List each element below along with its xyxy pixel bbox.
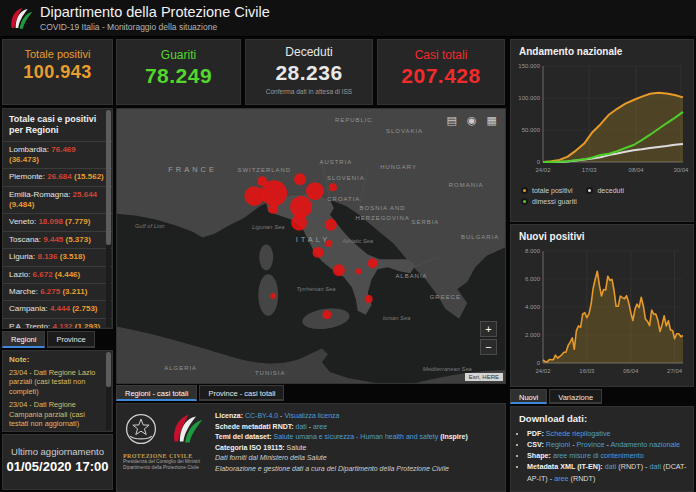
protezione-civile-logo-icon: [7, 5, 35, 32]
case-bubble[interactable]: [268, 204, 278, 214]
link[interactable]: Salute umana e sicurezza - Human health …: [274, 433, 439, 440]
tab-province[interactable]: Province: [47, 331, 94, 348]
link[interactable]: aree: [313, 423, 327, 430]
region-positives: (15.562): [74, 172, 104, 181]
notes-scrollbar[interactable]: [106, 352, 111, 430]
tab-nuovi[interactable]: Nuovi: [510, 389, 547, 404]
case-bubble[interactable]: [329, 183, 337, 191]
text-segment: Licenza:: [215, 412, 245, 419]
stat-value: 100.943: [3, 62, 112, 83]
tab-variazione[interactable]: Variazione: [549, 389, 602, 404]
tab-province-casi-totali[interactable]: Province - casi totali: [199, 385, 284, 401]
link[interactable]: Andamento nazionale: [611, 440, 681, 449]
region-total: 6.672: [33, 270, 53, 279]
andamento-nazionale-chart[interactable]: 050.000100.000150.00024/0217/0308/0430/0…: [511, 58, 691, 178]
download-list: PDF: Schede riepilogativeCSV: Regioni - …: [527, 428, 693, 484]
download-item: Shape: aree misure di contenimento: [527, 450, 693, 461]
region-positives: (36.473): [9, 155, 39, 164]
case-bubble[interactable]: [306, 182, 324, 200]
region-row[interactable]: P.A. Trento: 4.132 (1.293): [3, 318, 112, 329]
legend-icon[interactable]: ▤: [447, 115, 457, 126]
link[interactable]: Province: [577, 440, 605, 449]
map[interactable]: REPUBLICSLOVAKIAFRANCESWITZERLANDAUSTRIA…: [116, 108, 506, 384]
map-canvas[interactable]: REPUBLICSLOVAKIAFRANCESWITZERLANDAUSTRIA…: [117, 109, 505, 383]
last-update-panel: Ultimo aggiornamento 01/05/2020 17:00: [2, 434, 113, 490]
region-name: Veneto:: [9, 217, 36, 226]
stat-value: 28.236: [246, 61, 372, 85]
case-bubble[interactable]: [244, 186, 264, 206]
chart-legend: totale positividecedutidimessi guariti: [511, 182, 693, 210]
notes-list[interactable]: 23/04 - Dati Regione Lazio parziali (cas…: [3, 366, 112, 432]
legend-item[interactable]: deceduti: [586, 187, 623, 194]
chart-title: Nuovi positivi: [511, 225, 693, 243]
regions-list[interactable]: Lombardia: 76.469 (36.473)Piemonte: 26.6…: [3, 141, 112, 330]
region-row[interactable]: Toscana: 9.445 (5.373): [3, 231, 112, 248]
case-bubble[interactable]: [333, 264, 345, 276]
nuovi-positivi-chart[interactable]: 02.0004.0006.0008.00024/0216/0306/0427/0…: [511, 243, 691, 379]
andamento-nazionale-panel: Andamento nazionale 050.000100.000150.00…: [510, 39, 694, 222]
region-total: 9.445: [43, 235, 63, 244]
legend-item[interactable]: totale positivi: [521, 187, 572, 194]
region-row[interactable]: Piemonte: 26.684 (15.562): [3, 168, 112, 185]
country-label: AUSTRIA: [319, 159, 352, 165]
text-segment: Temi del dataset:: [215, 433, 274, 440]
case-bubble[interactable]: [257, 176, 267, 186]
case-bubble[interactable]: [322, 310, 331, 319]
case-bubble[interactable]: [290, 196, 312, 218]
stat-label: Casi totali: [378, 48, 504, 62]
link[interactable]: Schede riepilogative: [546, 429, 611, 438]
region-row[interactable]: Marche: 6.275 (3.211): [3, 283, 112, 300]
region-row[interactable]: Emilia-Romagna: 25.644 (9.484): [3, 186, 112, 214]
case-bubble[interactable]: [291, 215, 307, 231]
country-label: ROMANIA: [449, 182, 484, 188]
link[interactable]: aree misure di contenimento: [553, 451, 644, 460]
tab-regioni-casi-totali[interactable]: Regioni - casi totali: [116, 385, 197, 401]
link[interactable]: dati: [649, 462, 661, 471]
tab-regioni[interactable]: Regioni: [2, 331, 45, 348]
last-update-value: 01/05/2020 17:00: [3, 459, 112, 474]
zoom-in-button[interactable]: +: [480, 321, 497, 337]
text-segment: PDF:: [527, 429, 546, 438]
link[interactable]: CC-BY-4.0: [245, 412, 278, 419]
svg-text:24/02: 24/02: [535, 167, 551, 173]
sea-label: Ionian Sea: [383, 315, 411, 321]
country-label: TUNISIA: [255, 370, 285, 376]
case-bubble[interactable]: [294, 173, 306, 185]
link[interactable]: Regioni: [546, 440, 570, 449]
stat-guariti: Guariti 78.249: [116, 39, 241, 105]
link[interactable]: dati: [296, 423, 307, 430]
country-label: GREECE: [430, 294, 461, 300]
region-positives: (4.446): [55, 270, 80, 279]
case-bubble[interactable]: [270, 293, 276, 299]
link[interactable]: Visualizza licenza: [284, 412, 339, 419]
regions-scrollbar[interactable]: [106, 110, 111, 327]
region-row[interactable]: Campania: 4.444 (2.753): [3, 300, 112, 317]
region-row[interactable]: Veneto: 18.098 (7.779): [3, 213, 112, 230]
svg-text:0: 0: [537, 360, 541, 366]
layers-icon[interactable]: ▦: [487, 115, 497, 126]
case-bubble[interactable]: [356, 268, 362, 274]
case-bubble[interactable]: [325, 240, 332, 247]
link[interactable]: aree: [554, 474, 568, 483]
zoom-out-button[interactable]: −: [480, 339, 497, 355]
link[interactable]: dati: [605, 462, 617, 471]
region-row[interactable]: Liguria: 8.136 (3.518): [3, 248, 112, 265]
legend-item[interactable]: dimessi guariti: [521, 198, 577, 205]
case-bubble[interactable]: [365, 295, 373, 303]
case-bubble[interactable]: [325, 219, 337, 231]
case-bubble[interactable]: [312, 247, 323, 258]
region-total: 25.644: [73, 190, 97, 199]
region-row[interactable]: Lazio: 6.672 (4.446): [3, 266, 112, 283]
svg-text:30/04: 30/04: [673, 167, 689, 173]
region-name: P.A. Trento:: [9, 322, 50, 329]
page-title: Dipartimento della Protezione Civile: [40, 4, 270, 20]
logo-caption-line: Dipartimento della Protezione Civile: [123, 465, 211, 471]
stat-totale-positivi: Totale positivi 100.943: [2, 39, 113, 105]
region-positives: (5.373): [66, 235, 91, 244]
region-total: 6.275: [40, 287, 60, 296]
country-label: HUNGARY: [380, 164, 417, 170]
license-text: Licenza: CC-BY-4.0 - Visualizza licenzaS…: [215, 411, 503, 474]
case-bubble[interactable]: [368, 258, 378, 268]
region-row[interactable]: Lombardia: 76.469 (36.473): [3, 141, 112, 169]
basemap-icon[interactable]: ◉: [467, 115, 477, 126]
